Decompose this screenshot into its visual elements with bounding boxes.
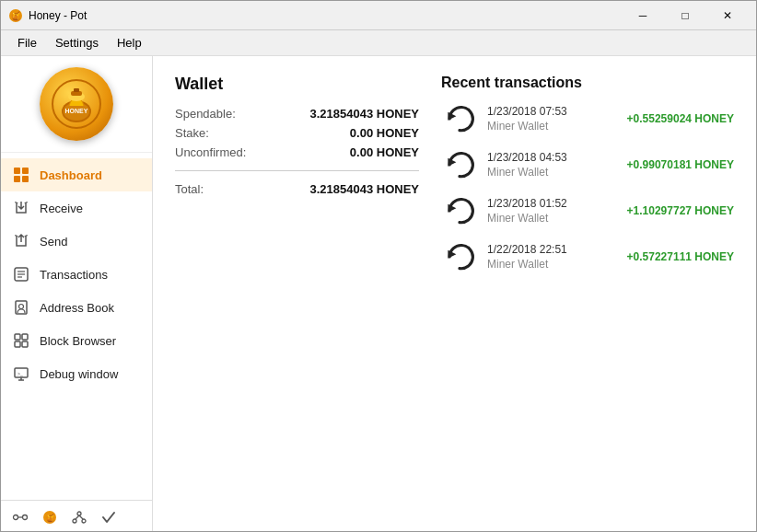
menu-settings[interactable]: Settings (46, 32, 108, 53)
transaction-item[interactable]: 1/23/2018 01:52 Miner Wallet +1.10297727… (441, 192, 734, 229)
sidebar-bottom: 🍯 (1, 500, 152, 532)
sidebar-item-dashboard[interactable]: Dashboard (1, 158, 152, 191)
sidebar-item-address-book[interactable]: Address Book (1, 291, 152, 324)
svg-line-36 (79, 515, 83, 519)
menu-file[interactable]: File (8, 32, 46, 53)
sidebar-item-block-browser[interactable]: Block Browser (1, 324, 152, 357)
tx-source: Miner Wallet (487, 212, 618, 225)
tx-arrow-icon (441, 100, 478, 137)
wallet-unconfirmed-value: 0.00 HONEY (350, 145, 419, 159)
svg-text:🍯: 🍯 (10, 10, 22, 22)
checkmark-icon[interactable] (99, 507, 119, 527)
svg-rect-12 (22, 176, 29, 182)
sidebar-nav: Dashboard Receive (1, 153, 152, 500)
svg-point-33 (73, 519, 76, 523)
svg-rect-10 (22, 168, 29, 174)
wallet-total-row: Total: 3.21854043 HONEY (175, 182, 419, 196)
maximize-button[interactable]: □ (664, 1, 706, 30)
tx-date: 1/23/2018 07:53 (487, 105, 618, 118)
tx-details: 1/23/2018 07:53 Miner Wallet (487, 105, 618, 133)
wallet-unconfirmed-row: Unconfirmed: 0.00 HONEY (175, 145, 419, 159)
tx-details: 1/22/2018 22:51 Miner Wallet (487, 243, 618, 271)
wallet-spendable-value: 3.21854043 HONEY (309, 107, 419, 121)
transactions-list: 1/23/2018 07:53 Miner Wallet +0.55259024… (441, 100, 734, 275)
transaction-item[interactable]: 1/22/2018 22:51 Miner Wallet +0.57227111… (441, 238, 734, 275)
main-content: Wallet Spendable: 3.21854043 HONEY Stake… (153, 56, 756, 532)
svg-rect-21 (15, 341, 20, 347)
svg-rect-11 (14, 176, 20, 182)
tx-amount: +0.57227111 HONEY (627, 250, 734, 263)
tx-date: 1/23/2018 04:53 (487, 151, 618, 164)
sidebar: HONEY Dashboard (1, 56, 153, 532)
wallet-spendable-row: Spendable: 3.21854043 HONEY (175, 107, 419, 121)
menu-bar: File Settings Help (1, 30, 756, 56)
sidebar-item-debug-window[interactable]: >_ Debug window (1, 357, 152, 390)
svg-rect-19 (15, 334, 20, 340)
tx-source: Miner Wallet (487, 166, 618, 179)
svg-point-32 (77, 512, 81, 515)
tx-date: 1/22/2018 22:51 (487, 243, 618, 256)
tx-details: 1/23/2018 01:52 Miner Wallet (487, 197, 618, 225)
sidebar-item-transactions[interactable]: Transactions (1, 258, 152, 291)
svg-rect-8 (74, 88, 79, 92)
title-bar-text: Honey - Pot (29, 9, 622, 22)
svg-line-35 (76, 515, 79, 519)
tx-amount: +0.99070181 HONEY (627, 158, 734, 171)
honey-icon[interactable]: 🍯 (40, 507, 60, 527)
wallet-total-value: 3.21854043 HONEY (309, 182, 419, 196)
menu-help[interactable]: Help (108, 32, 151, 53)
minimize-button[interactable]: ─ (622, 1, 664, 30)
transactions-icon (12, 265, 30, 283)
wallet-title: Wallet (175, 75, 419, 94)
wallet-spendable-label: Spendable: (175, 107, 236, 121)
sidebar-item-block-browser-label: Block Browser (40, 334, 116, 348)
address-book-icon (12, 298, 30, 317)
svg-point-18 (19, 305, 24, 309)
sidebar-item-send-label: Send (40, 235, 67, 249)
tx-amount: +1.10297727 HONEY (627, 204, 734, 217)
wallet-stake-label: Stake: (175, 126, 209, 140)
close-button[interactable]: ✕ (706, 1, 749, 30)
wallet-section: Wallet Spendable: 3.21854043 HONEY Stake… (175, 75, 419, 515)
app-icon: 🍯 (8, 8, 23, 23)
connect-icon[interactable] (10, 507, 30, 527)
sidebar-item-debug-window-label: Debug window (40, 367, 118, 381)
send-icon (12, 232, 30, 250)
svg-point-34 (82, 519, 86, 523)
app-body: HONEY Dashboard (1, 56, 756, 532)
svg-text:>_: >_ (17, 371, 23, 376)
tx-details: 1/23/2018 04:53 Miner Wallet (487, 151, 618, 179)
tx-source: Miner Wallet (487, 258, 618, 271)
wallet-total-label: Total: (175, 182, 204, 196)
debug-window-icon: >_ (12, 364, 30, 383)
wallet-unconfirmed-label: Unconfirmed: (175, 145, 246, 159)
network-icon[interactable] (69, 507, 89, 527)
wallet-stake-row: Stake: 0.00 HONEY (175, 126, 419, 140)
sidebar-item-address-book-label: Address Book (40, 301, 114, 315)
svg-point-27 (14, 515, 18, 519)
wallet-divider (175, 170, 419, 171)
sidebar-logo: HONEY (1, 56, 152, 153)
tx-arrow-icon (441, 238, 478, 275)
svg-rect-22 (22, 341, 28, 347)
svg-rect-9 (14, 168, 20, 174)
dashboard-icon (12, 166, 30, 184)
sidebar-item-send[interactable]: Send (1, 225, 152, 258)
logo-circle: HONEY (40, 67, 113, 141)
receive-icon (12, 199, 30, 217)
tx-date: 1/23/2018 01:52 (487, 197, 618, 210)
transaction-item[interactable]: 1/23/2018 07:53 Miner Wallet +0.55259024… (441, 100, 734, 137)
title-bar: 🍯 Honey - Pot ─ □ ✕ (1, 1, 756, 30)
tx-arrow-icon (441, 146, 478, 183)
sidebar-item-receive[interactable]: Receive (1, 191, 152, 225)
sidebar-item-receive-label: Receive (40, 202, 83, 215)
svg-rect-20 (22, 334, 28, 340)
transactions-title: Recent transactions (441, 75, 734, 91)
sidebar-item-transactions-label: Transactions (40, 268, 108, 282)
svg-point-28 (23, 515, 28, 519)
block-browser-icon (12, 331, 30, 350)
transaction-item[interactable]: 1/23/2018 04:53 Miner Wallet +0.99070181… (441, 146, 734, 183)
transactions-section: Recent transactions 1/23/2018 07:53 Mine… (441, 75, 734, 515)
tx-source: Miner Wallet (487, 120, 618, 133)
wallet-stake-value: 0.00 HONEY (350, 126, 419, 140)
